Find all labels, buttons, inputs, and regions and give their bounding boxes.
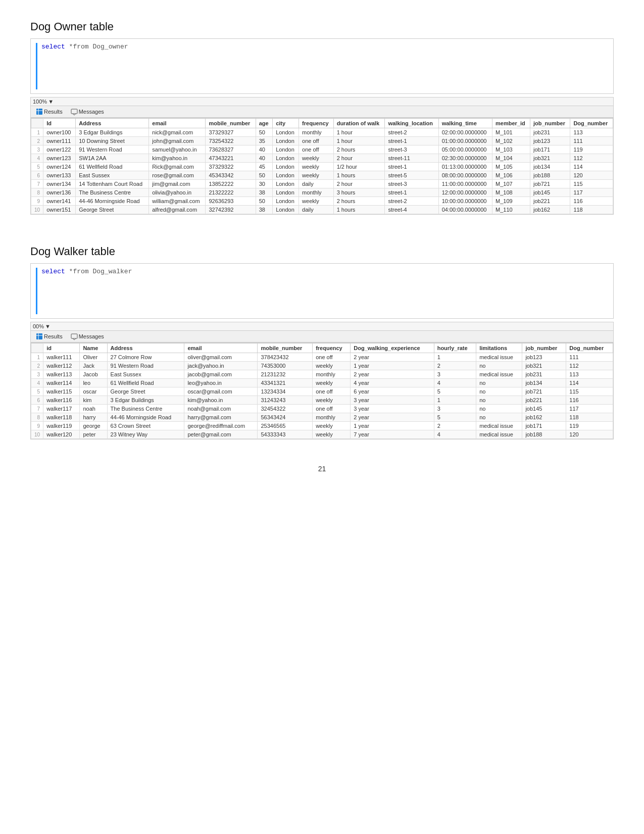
table-cell: 04:00:00.0000000 [438,206,492,214]
table-cell: weekly [313,379,351,387]
table-cell: oliver@gmail.com [184,353,258,362]
table-cell: 2 hours [333,145,385,154]
table-cell: weekly [313,422,351,430]
table-cell: william@gmail.com [149,197,206,206]
table-cell: London [273,163,299,171]
table-cell: medical issue [476,353,522,362]
row-number: 6 [31,396,43,405]
row-number: 5 [31,163,43,171]
table-row: 6owner133East Sussexrose@gmail.com453433… [31,171,613,180]
table-cell: street-1 [385,188,438,197]
table-cell: 3 [434,405,476,413]
dog-owner-tab-row: Results Messages [30,106,614,118]
table-cell: 54333343 [258,430,313,439]
table-cell: owner123 [43,154,76,163]
table-cell: job221 [530,197,570,206]
table-cell: 114 [566,379,613,387]
col-header-id: Id [43,119,76,128]
table-cell: medical issue [476,422,522,430]
table-cell: 119 [566,422,613,430]
dog-walker-query-box[interactable]: select *from Dog_walker [30,263,614,319]
zoom-control-walker[interactable]: 00% ▼ [33,323,51,329]
table-cell: 116 [570,197,613,206]
row-number: 4 [31,379,43,387]
table-cell: one off [299,137,334,145]
table-cell: peter@gmail.com [184,430,258,439]
dog-owner-results-tab[interactable]: Results [34,107,65,116]
zoom-dropdown-icon-owner[interactable]: ▼ [48,99,54,105]
table-cell: 45343342 [206,171,256,180]
col-header-duration: duration of walk [333,119,385,128]
walker-results-grid-icon [36,333,43,340]
table-cell: owner151 [43,206,76,214]
dog-walker-messages-label: Messages [79,333,104,339]
table-cell: weekly [299,154,334,163]
table-cell: 1 [434,396,476,405]
table-cell: daily [299,206,334,214]
table-cell: 50 [256,197,272,206]
dog-walker-tbody: 1walker111Oliver27 Colmore Rowoliver@gma… [31,353,613,439]
dog-walker-results-label: Results [44,333,63,339]
col-header-email: email [149,119,206,128]
table-cell: 117 [570,188,613,197]
table-cell: jack@yahoo.in [184,362,258,370]
table-cell: one off [313,405,351,413]
table-cell: M_104 [492,154,530,163]
table-cell: 35 [256,137,272,145]
table-cell: 23 Witney Way [107,430,184,439]
table-cell: peter [80,430,107,439]
table-cell: London [273,188,299,197]
table-cell: 40 [256,145,272,154]
table-cell: 74353000 [258,362,313,370]
table-cell: M_103 [492,145,530,154]
row-number: 7 [31,405,43,413]
table-cell: The Business Centre [107,405,184,413]
table-cell: 118 [570,206,613,214]
table-cell: oscar [80,387,107,396]
table-cell: street-1 [385,137,438,145]
table-cell: M_106 [492,171,530,180]
zoom-control-owner[interactable]: 100% ▼ [33,99,54,105]
dog-owner-messages-tab[interactable]: Messages [69,107,106,116]
table-cell: monthly [299,188,334,197]
zoom-dropdown-icon-walker[interactable]: ▼ [45,323,51,329]
table-cell: street-2 [385,197,438,206]
table-cell: 119 [570,145,613,154]
dog-owner-query-box[interactable]: select *from Dog_owner [30,38,614,94]
table-cell: street-3 [385,180,438,188]
dog-walker-results-tab[interactable]: Results [34,332,65,341]
table-row: 5owner12461 Wellfield RoadRick@gmail.com… [31,163,613,171]
table-cell: monthly [313,413,351,422]
table-cell: medical issue [476,430,522,439]
table-row: 9walker119george63 Crown Streetgeorge@re… [31,422,613,430]
table-cell: 115 [566,387,613,396]
table-cell: owner141 [43,197,76,206]
walker-col-header-frequency: frequency [313,344,351,353]
table-row: 7owner13414 Tottenham Court Roadjim@gmai… [31,180,613,188]
table-row: 1walker111Oliver27 Colmore Rowoliver@gma… [31,353,613,362]
dog-walker-tab-row: Results Messages [30,330,614,342]
table-cell: street-1 [385,163,438,171]
messages-icon [71,108,78,115]
table-cell: 02:00:00.0000000 [438,128,492,137]
table-cell: 73254322 [206,137,256,145]
table-cell: London [273,197,299,206]
table-cell: 1 [434,353,476,362]
table-cell: kim@yahoo.in [149,154,206,163]
results-grid-icon [36,108,43,115]
table-cell: M_105 [492,163,530,171]
row-num-header [31,119,43,128]
dog-walker-query-text: select *from Dog_walker [41,268,132,275]
table-cell: daily [299,180,334,188]
row-number: 2 [31,137,43,145]
table-cell: London [273,145,299,154]
table-cell: 13234334 [258,387,313,396]
table-cell: walker119 [43,422,80,430]
table-cell: samuel@yahoo.in [149,145,206,154]
table-cell: 1/2 hour [333,163,385,171]
dog-walker-messages-tab[interactable]: Messages [69,332,106,341]
table-cell: job721 [522,387,566,396]
dog-walker-title: Dog Walker table [30,245,614,258]
table-cell: jacob@gmail.com [184,370,258,379]
table-cell: 05:00:00.0000000 [438,145,492,154]
